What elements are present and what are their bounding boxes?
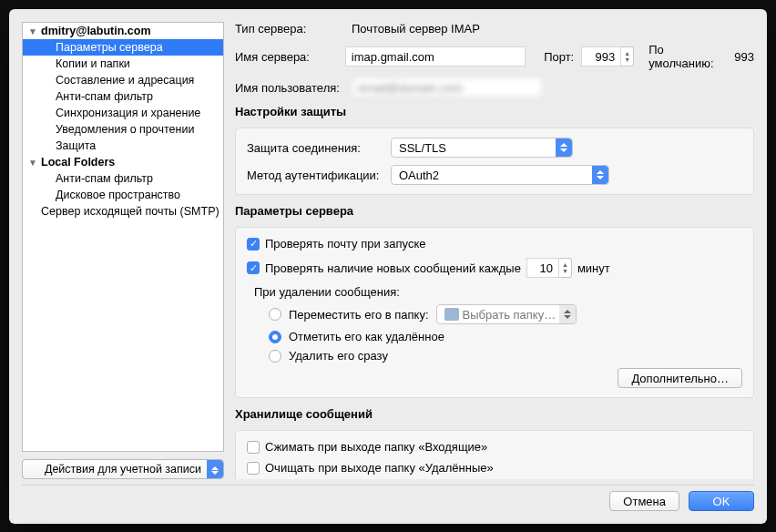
sidebar-item-receipts[interactable]: Уведомления о прочтении xyxy=(23,121,223,138)
on-delete-label: При удалении сообщения: xyxy=(254,285,742,299)
sidebar-item-local-junk[interactable]: Анти-спам фильтр xyxy=(23,170,223,187)
purge-trash-checkbox[interactable] xyxy=(247,462,260,475)
delete-mark-radio[interactable] xyxy=(269,331,281,343)
main-panel: Тип сервера: Почтовый сервер IMAP Имя се… xyxy=(235,22,754,479)
settings-window: ▼ dmitry@labutin.com Параметры сервера К… xyxy=(9,9,767,524)
sidebar-item-disk[interactable]: Дисковое пространство xyxy=(23,187,223,203)
chevron-down-icon: ▼ xyxy=(28,158,37,168)
port-default-value: 993 xyxy=(734,50,754,64)
compact-inbox-label: Сжимать при выходе папку «Входящие» xyxy=(265,440,487,454)
sidebar-item-compose[interactable]: Составление и адресация xyxy=(23,72,223,88)
dialog-footer: Отмена OK xyxy=(9,486,767,524)
interval-input[interactable] xyxy=(526,258,559,278)
server-type-value: Почтовый сервер IMAP xyxy=(352,22,480,36)
ok-button[interactable]: OK xyxy=(689,491,754,511)
server-name-input[interactable] xyxy=(345,46,526,66)
tree-local-header[interactable]: ▼ Local Folders xyxy=(23,154,223,170)
username-label: Имя пользователя: xyxy=(235,81,344,95)
check-mail-startup-label: Проверять почту при запуске xyxy=(265,237,426,251)
delete-moveto-label: Переместить его в папку: xyxy=(289,308,429,322)
sidebar: ▼ dmitry@labutin.com Параметры сервера К… xyxy=(22,22,224,479)
security-heading: Настройки защиты xyxy=(235,105,754,118)
stepper-arrows-icon[interactable]: ▲▼ xyxy=(621,46,634,66)
updown-caret-icon xyxy=(559,305,576,323)
sidebar-item-copies[interactable]: Копии и папки xyxy=(23,56,223,72)
delete-now-radio[interactable] xyxy=(269,350,281,363)
interval-stepper[interactable]: ▲▼ xyxy=(526,258,572,278)
stepper-arrows-icon[interactable]: ▲▼ xyxy=(559,258,572,278)
delete-mark-label: Отметить его как удалённое xyxy=(289,330,444,343)
tree-account-label: dmitry@labutin.com xyxy=(41,25,151,37)
chevron-down-icon: ▼ xyxy=(28,26,37,36)
port-stepper[interactable]: ▲▼ xyxy=(581,46,634,66)
security-section: Защита соединения: SSL/TLS Метод аутенти… xyxy=(235,128,754,195)
tree-account-header[interactable]: ▼ dmitry@labutin.com xyxy=(23,23,223,39)
check-mail-startup-checkbox[interactable] xyxy=(247,238,260,251)
delete-moveto-radio[interactable] xyxy=(269,308,281,321)
storage-section: Сжимать при выходе папку «Входящие» Очищ… xyxy=(235,430,754,479)
compact-inbox-checkbox[interactable] xyxy=(247,441,260,454)
auth-method-select[interactable]: OAuth2 xyxy=(391,165,609,185)
username-input[interactable] xyxy=(352,77,543,97)
updown-caret-icon xyxy=(207,460,223,478)
check-interval-checkbox[interactable] xyxy=(247,261,260,274)
delete-now-label: Удалить его сразу xyxy=(289,349,388,363)
server-params-heading: Параметры сервера xyxy=(235,204,754,218)
port-input[interactable] xyxy=(581,46,621,66)
account-tree[interactable]: ▼ dmitry@labutin.com Параметры сервера К… xyxy=(22,22,224,452)
connection-security-select[interactable]: SSL/TLS xyxy=(391,138,573,158)
advanced-button[interactable]: Дополнительно… xyxy=(618,368,742,388)
server-name-label: Имя сервера: xyxy=(235,50,338,64)
auth-method-label: Метод аутентификации: xyxy=(247,169,383,182)
check-interval-label: Проверять наличие новых сообщений каждые xyxy=(265,261,521,275)
server-type-label: Тип сервера: xyxy=(235,22,344,36)
sidebar-item-security[interactable]: Защита xyxy=(23,138,223,154)
updown-caret-icon xyxy=(592,166,608,184)
sidebar-item-junk[interactable]: Анти-спам фильтр xyxy=(23,88,223,105)
storage-heading: Хранилище сообщений xyxy=(235,407,754,421)
sidebar-item-server-settings[interactable]: Параметры сервера xyxy=(23,39,223,56)
trash-folder-select[interactable]: Выбрать папку… xyxy=(436,304,577,324)
port-label: Порт: xyxy=(544,50,574,64)
port-default-label: По умолчанию: xyxy=(648,43,727,70)
cancel-button[interactable]: Отмена xyxy=(609,491,679,511)
sidebar-item-smtp[interactable]: Сервер исходящей почты (SMTP) xyxy=(23,203,223,220)
updown-caret-icon xyxy=(556,138,572,157)
interval-unit: минут xyxy=(577,261,610,275)
account-actions-dropdown[interactable]: Действия для учетной записи xyxy=(22,459,224,479)
server-params-section: Проверять почту при запуске Проверять на… xyxy=(235,227,754,398)
purge-trash-label: Очищать при выходе папку «Удалённые» xyxy=(265,461,494,475)
sidebar-item-sync[interactable]: Синхронизация и хранение xyxy=(23,105,223,121)
folder-icon xyxy=(444,308,459,321)
connection-security-label: Защита соединения: xyxy=(247,141,383,155)
